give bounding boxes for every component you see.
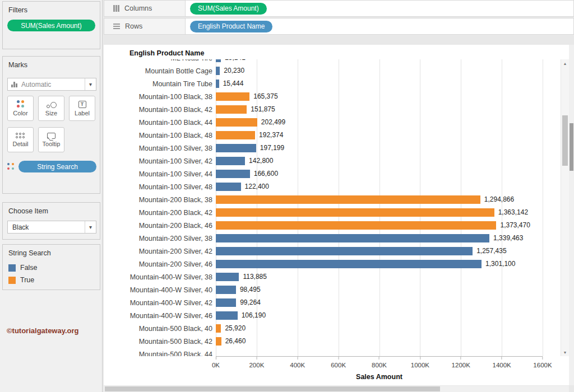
- bar-value-label: 142,800: [249, 155, 273, 167]
- bar[interactable]: [216, 157, 245, 165]
- bar[interactable]: [216, 131, 255, 139]
- bar[interactable]: [216, 195, 480, 204]
- bar-value-label: 106,190: [242, 309, 266, 322]
- legend-title: String Search: [3, 245, 100, 257]
- x-tick: 1600K: [533, 357, 552, 368]
- bar-value-label: 113,885: [243, 270, 267, 283]
- bar[interactable]: [216, 286, 236, 294]
- color-button[interactable]: Color: [7, 96, 34, 121]
- chart-vertical-scrollbar[interactable]: ▲ ▼: [561, 59, 569, 356]
- row-category-label: Mountain-200 Black, 38: [104, 196, 212, 204]
- size-button[interactable]: Size: [38, 96, 64, 121]
- bar[interactable]: [216, 247, 473, 255]
- bar-value-label: 166,600: [254, 167, 278, 180]
- chevron-down-icon[interactable]: ▾: [85, 221, 96, 233]
- bar[interactable]: [216, 67, 220, 75]
- row-category-label: Mountain-200 Black, 42: [104, 209, 212, 217]
- left-sidebar: Filters SUM(Sales Amount) Marks Automati…: [0, 0, 103, 392]
- row-category-label: Mountain Tire Tube: [104, 80, 212, 88]
- watermark: ©tutorialgateway.org: [7, 326, 79, 335]
- chart-row: Mountain-100 Silver, 42142,800: [104, 155, 561, 167]
- bar[interactable]: [216, 170, 250, 178]
- bar-value-label: 197,199: [260, 142, 284, 155]
- chart-row: Mountain-100 Black, 44202,499: [104, 116, 561, 129]
- mark-type-dropdown[interactable]: Automatic ▾: [7, 78, 96, 91]
- row-category-label: Mountain-100 Silver, 48: [104, 183, 212, 191]
- bar-value-label: 1,257,435: [476, 245, 506, 258]
- scroll-down-icon[interactable]: ▼: [561, 348, 569, 356]
- bar[interactable]: [216, 298, 236, 307]
- bar[interactable]: [216, 324, 221, 333]
- row-category-label: Mountain-100 Silver, 44: [104, 170, 212, 178]
- x-tick: 600K: [331, 357, 346, 368]
- chart-row: Mountain-200 Black, 461,373,470: [104, 219, 561, 232]
- x-tick: 1200K: [452, 357, 470, 368]
- legend-label: False: [20, 264, 38, 272]
- x-axis-title: Sales Amount: [356, 373, 402, 381]
- bar[interactable]: [216, 234, 489, 242]
- window-vertical-scrollbar[interactable]: [569, 45, 574, 385]
- bar[interactable]: [216, 105, 247, 114]
- chevron-down-icon[interactable]: ▾: [85, 78, 96, 90]
- choose-item-dropdown[interactable]: Black ▾: [7, 221, 96, 234]
- rows-product-name-pill[interactable]: English Product Name: [190, 21, 272, 32]
- bar[interactable]: [216, 183, 241, 191]
- legend-items: FalseTrue: [3, 262, 100, 286]
- rows-shelf[interactable]: Rows English Product Name: [104, 18, 574, 35]
- row-category-label: Mountain-500 Black, 42: [104, 338, 212, 346]
- columns-shelf[interactable]: Columns SUM(Sales Amount): [104, 0, 574, 17]
- chart-row: Mountain-200 Silver, 421,257,435: [104, 245, 561, 258]
- filters-sales-amount-pill[interactable]: SUM(Sales Amount): [7, 20, 95, 31]
- marks-title: Marks: [3, 57, 100, 69]
- bar[interactable]: [216, 80, 219, 88]
- bar[interactable]: [216, 144, 256, 152]
- bar-value-label: 98,495: [240, 283, 261, 296]
- bar[interactable]: [216, 92, 249, 101]
- detail-button[interactable]: Detail: [7, 127, 34, 152]
- chart-scrollbar-thumb[interactable]: [562, 115, 568, 166]
- chart-rows: ML Road Tire25,141Mountain Bottle Cage20…: [104, 59, 561, 356]
- bar-value-label: 1,294,866: [484, 193, 514, 206]
- bar-value-label: 192,374: [259, 129, 283, 142]
- bar[interactable]: [216, 208, 494, 217]
- row-category-label: Mountain-100 Silver, 42: [104, 157, 212, 165]
- marks-panel: Marks Automatic ▾ Color Size T Label Det…: [2, 56, 100, 194]
- rows-shelf-text: Rows: [125, 22, 142, 30]
- row-category-label: Mountain-500 Black, 44: [104, 351, 212, 357]
- size-button-label: Size: [45, 110, 57, 116]
- row-category-label: Mountain-100 Black, 42: [104, 106, 212, 114]
- color-button-label: Color: [13, 110, 27, 116]
- string-search-legend-panel: String Search FalseTrue: [2, 244, 100, 290]
- bar[interactable]: [216, 221, 496, 230]
- row-category-label: Mountain-200 Silver, 38: [104, 235, 212, 242]
- filters-panel: Filters SUM(Sales Amount): [2, 1, 100, 49]
- bar[interactable]: [216, 337, 221, 346]
- legend-item[interactable]: False: [3, 262, 100, 274]
- chart-title: English Product Name: [129, 49, 204, 57]
- row-category-label: Mountain-500 Black, 40: [104, 325, 212, 333]
- chart-row: Mountain-100 Silver, 38197,199: [104, 142, 561, 155]
- chart-row: Mountain-400-W Silver, 46106,190: [104, 309, 561, 322]
- row-category-label: Mountain-200 Silver, 46: [104, 260, 212, 268]
- string-search-pill[interactable]: String Search: [18, 161, 96, 172]
- legend-item[interactable]: True: [3, 274, 100, 286]
- bar[interactable]: [216, 273, 239, 281]
- columns-sales-amount-pill[interactable]: SUM(Sales Amount): [190, 3, 267, 15]
- row-category-label: Mountain Bottle Cage: [104, 67, 212, 75]
- bar[interactable]: [216, 59, 221, 62]
- bar[interactable]: [216, 118, 257, 127]
- bar-value-label: 1,363,142: [498, 206, 528, 219]
- x-tick: 1000K: [411, 357, 429, 368]
- bar[interactable]: [216, 311, 238, 320]
- scroll-up-icon[interactable]: ▲: [561, 59, 569, 67]
- label-button[interactable]: T Label: [69, 96, 95, 121]
- tooltip-button[interactable]: Tooltip: [38, 127, 64, 152]
- bar[interactable]: [216, 260, 482, 268]
- row-category-label: Mountain-200 Black, 46: [104, 222, 212, 230]
- horizontal-scrollbar-thumb[interactable]: [105, 386, 440, 391]
- window-scrollbar-thumb[interactable]: [570, 123, 573, 171]
- horizontal-scrollbar[interactable]: [104, 386, 569, 392]
- columns-shelf-label: Columns: [104, 1, 186, 16]
- color-icon: [17, 100, 25, 108]
- detail-button-label: Detail: [12, 141, 28, 147]
